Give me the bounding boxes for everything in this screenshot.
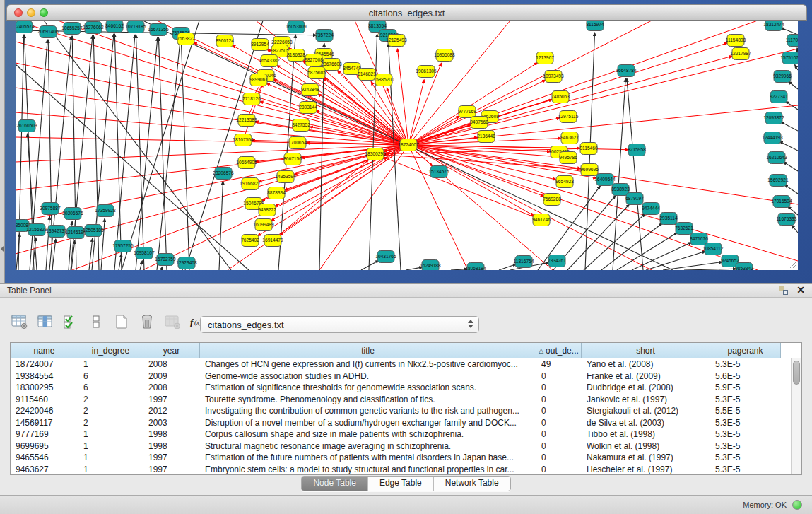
graph-node[interactable]: 2935114 <box>659 213 678 225</box>
graph-node[interactable]: 9329966 <box>773 71 792 83</box>
graph-node[interactable]: 12093872 <box>763 112 784 124</box>
graph-node[interactable]: 8471676 <box>690 233 708 245</box>
table-row[interactable]: 1938455462009Genome-wide association stu… <box>11 370 801 382</box>
graph-node[interactable]: 6879197 <box>625 193 644 205</box>
graph-node[interactable]: 10973493 <box>543 71 564 83</box>
graph-node[interactable]: 8115974 <box>586 21 604 31</box>
graph-node[interactable]: 7334261 <box>548 255 566 267</box>
graph-node[interactable]: 8215958 <box>628 144 646 156</box>
graph-node[interactable]: 18300295 <box>365 148 386 160</box>
graph-node[interactable]: 12505185 <box>83 225 104 237</box>
graph-node[interactable]: 15885200 <box>373 74 394 86</box>
resize-grip-icon[interactable] <box>788 260 796 269</box>
tab-network-table[interactable]: Network Table <box>434 477 510 491</box>
graph-node[interactable]: 18068184 <box>465 263 486 271</box>
column-header-title[interactable]: title <box>200 343 536 358</box>
graph-node[interactable]: 14353594 <box>275 171 296 183</box>
graph-node[interactable]: 19861305 <box>416 66 437 78</box>
graph-node[interactable]: 11675333 <box>777 214 797 226</box>
graph-node[interactable]: 12213589 <box>236 115 257 127</box>
graph-node[interactable]: 10854112 <box>703 243 724 255</box>
graph-node[interactable]: 8466162 <box>105 21 124 33</box>
graph-node[interactable]: 10958107 <box>134 247 155 259</box>
graph-node[interactable]: 9463627 <box>560 132 579 144</box>
graph-node[interactable]: 2718120 <box>242 93 261 105</box>
graph-node[interactable]: 9461746 <box>532 214 551 226</box>
graph-node[interactable]: 9242848 <box>301 84 319 96</box>
graph-node[interactable]: 7663822 <box>177 33 195 45</box>
column-header-pagerank[interactable]: pagerank <box>710 343 781 358</box>
graph-node[interactable]: 9495786 <box>559 152 577 164</box>
graph-node[interactable]: 18107554 <box>233 134 254 146</box>
table-row[interactable]: 969969511998Structural magnetic resonanc… <box>11 440 801 452</box>
table-selector-dropdown[interactable]: citations_edges.txt <box>200 316 479 333</box>
close-panel-icon[interactable]: ✕ <box>796 286 805 295</box>
graph-node[interactable]: 9474444 <box>642 203 660 215</box>
delete-table-button[interactable] <box>137 314 156 333</box>
select-rows-button[interactable] <box>61 314 80 333</box>
graph-node[interactable]: 9699695 <box>580 164 599 176</box>
graph-node[interactable]: 15692921 <box>767 175 789 187</box>
graph-node[interactable]: 8427552 <box>292 119 310 132</box>
graph-node[interactable]: 12444193 <box>762 132 783 144</box>
graph-node[interactable]: 20206576 <box>62 208 83 220</box>
network-window-titlebar[interactable]: citations_edges.txt <box>6 4 807 21</box>
graph-node[interactable]: 12125493 <box>386 35 407 47</box>
graph-node[interactable]: 23206576 <box>213 168 234 180</box>
graph-node[interactable]: 8878334 <box>267 187 286 199</box>
graph-node[interactable]: 15134575 <box>428 166 449 178</box>
graph-node[interactable]: 12156829 <box>26 224 47 236</box>
table-row[interactable]: 911546021997Tourette syndrome. Phenomeno… <box>11 394 801 406</box>
graph-node[interactable]: 11170094 <box>786 35 798 47</box>
graph-node[interactable]: 1700654 <box>288 137 307 149</box>
new-table-button[interactable] <box>112 314 131 333</box>
graph-node[interactable]: 2803144 <box>299 102 317 114</box>
graph-node[interactable]: 8667150 <box>283 153 302 165</box>
graph-node[interactable]: 16053809 <box>286 21 307 33</box>
graph-node[interactable]: 10655257 <box>61 23 83 35</box>
graph-node[interactable]: 16914479 <box>262 235 283 247</box>
graph-node[interactable]: 20691406 <box>37 26 59 38</box>
graph-node[interactable]: 16648784 <box>616 65 637 77</box>
graph-node[interactable]: 9654923 <box>555 176 574 188</box>
network-canvas[interactable]: 2240557420691406106552571527606284661621… <box>16 21 798 270</box>
table-row[interactable]: 2242004622012Investigating the contribut… <box>11 405 801 417</box>
graph-node[interactable]: 2136448 <box>477 131 495 143</box>
graph-node[interactable]: 9777169 <box>458 106 476 118</box>
toggle-row-height-button[interactable] <box>86 314 105 333</box>
graph-node[interactable]: 30975887 <box>40 203 61 215</box>
tab-edge-table[interactable]: Edge Table <box>368 477 434 491</box>
graph-node[interactable]: 18312474 <box>763 21 784 31</box>
graph-node[interactable]: 10431765 <box>375 251 396 263</box>
graph-node[interactable]: 1213967 <box>536 52 554 64</box>
graph-node[interactable]: 19166827 <box>240 178 261 190</box>
graph-node[interactable]: 26160503 <box>16 120 37 132</box>
graph-node[interactable]: 5875685 <box>307 67 326 79</box>
table-row[interactable]: 946362711997Embryonic stem cells: a mode… <box>11 464 801 476</box>
graph-node[interactable]: 9227341 <box>770 91 788 103</box>
column-header-name[interactable]: name <box>11 343 78 358</box>
collapse-arrow-icon[interactable] <box>1 246 4 252</box>
table-row[interactable]: 946554611997Estimation of the future num… <box>11 452 801 464</box>
column-header-in_degree[interactable]: in_degree <box>78 343 143 358</box>
graph-node[interactable]: 11316754 <box>514 256 534 268</box>
graph-node[interactable]: 10719185 <box>125 21 146 33</box>
graph-node[interactable]: 11154808 <box>726 35 746 47</box>
memory-status-indicator[interactable] <box>792 500 802 510</box>
graph-node[interactable]: 7357224 <box>315 30 334 42</box>
graph-hub-node[interactable]: 18724007 <box>398 139 419 151</box>
graph-node[interactable]: 8186328 <box>287 49 305 62</box>
column-header-year[interactable]: year <box>143 343 200 358</box>
show-columns-button[interactable] <box>35 314 54 333</box>
graph-node[interactable]: 10654905 <box>236 157 257 169</box>
graph-node[interactable]: 15751074 <box>780 52 798 64</box>
graph-node[interactable]: 16782759 <box>155 254 176 266</box>
graph-node[interactable]: 7632621 <box>675 223 693 235</box>
column-header-short[interactable]: short <box>582 343 710 358</box>
graph-node[interactable]: 16955088 <box>434 49 455 62</box>
graph-node[interactable]: 15276062 <box>83 22 104 34</box>
graph-node[interactable]: 16210643 <box>766 152 787 164</box>
graph-node[interactable]: 9853342 <box>735 263 753 271</box>
graph-node[interactable]: 17359928 <box>95 205 116 217</box>
graph-node[interactable]: 17016504 <box>771 196 792 208</box>
